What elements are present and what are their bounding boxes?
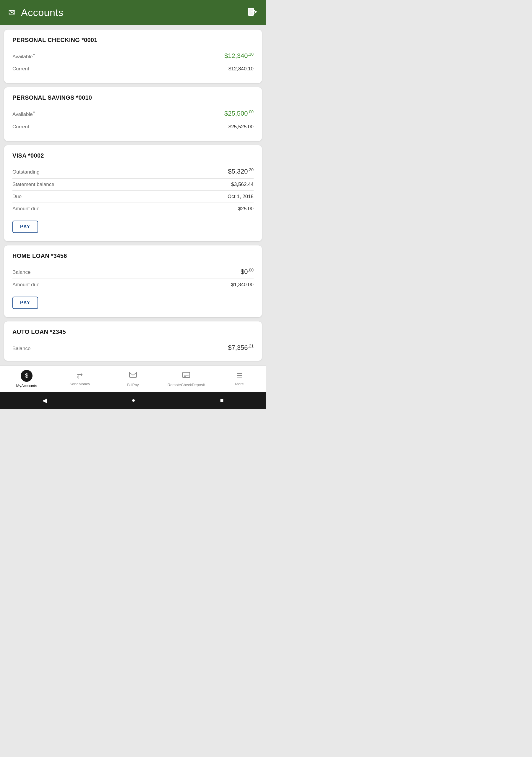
current-row: Current $25,525.00 (13, 121, 253, 133)
due-row: Due Oct 1, 2018 (13, 191, 253, 203)
statement-balance-row: Statement balance $3,562.44 (13, 179, 253, 191)
page-title: Accounts (21, 7, 64, 18)
nav-bill-pay-label: BillPay (127, 383, 139, 387)
send-money-icon: ⇄ (77, 372, 83, 380)
home-loan-pay-button[interactable]: PAY (13, 297, 38, 309)
outstanding-row: Outstanding $5,320.20 (13, 165, 253, 179)
system-navigation-bar: ◀ ● ■ (0, 392, 266, 409)
nav-remote-check-deposit[interactable]: RemoteCheckDeposit (160, 366, 213, 392)
home-button[interactable]: ● (132, 397, 135, 404)
account-card-auto-loan[interactable]: AUTO LOAN *2345 Balance $7,356.21 (4, 321, 262, 360)
nav-send-money-label: SendMoney (70, 382, 90, 386)
recent-button[interactable]: ■ (220, 397, 223, 404)
logout-icon[interactable] (247, 7, 258, 18)
available-label: Available** (13, 53, 35, 60)
amount-due-label: Amount due (13, 282, 40, 288)
amount-due-value: $1,340.00 (231, 282, 253, 288)
app-header: ✉ Accounts (0, 0, 266, 25)
available-value: $12,340.10 (224, 52, 253, 60)
amount-due-value: $25.00 (238, 206, 253, 212)
available-label: Available** (13, 111, 35, 117)
remote-check-deposit-icon (182, 371, 190, 381)
nav-more[interactable]: ☰ More (213, 366, 266, 392)
more-icon: ☰ (236, 372, 243, 380)
statement-balance-label: Statement balance (13, 182, 54, 188)
balance-label: Balance (13, 346, 30, 351)
balance-label: Balance (13, 269, 30, 275)
available-row: Available** $25,500.00 (13, 106, 253, 121)
back-button[interactable]: ◀ (42, 397, 47, 404)
balance-value: $7,356.21 (228, 344, 253, 351)
current-label: Current (13, 124, 29, 130)
account-card-personal-savings[interactable]: PERSONAL SAVINGS *0010 Available** $25,5… (4, 87, 262, 141)
nav-my-accounts-label: MyAccounts (16, 383, 37, 388)
balance-value: $0.00 (241, 268, 253, 276)
available-value: $25,500.00 (224, 109, 253, 117)
account-card-personal-checking[interactable]: PERSONAL CHECKING *0001 Available** $12,… (4, 30, 262, 83)
accounts-list: PERSONAL CHECKING *0001 Available** $12,… (0, 25, 266, 366)
balance-row: Balance $0.00 (13, 265, 253, 279)
header-left: ✉ Accounts (8, 7, 64, 18)
account-name: HOME LOAN *3456 (13, 253, 253, 259)
nav-more-label: More (235, 382, 244, 386)
bill-pay-icon (129, 371, 137, 381)
statement-balance-value: $3,562.44 (231, 182, 253, 188)
outstanding-label: Outstanding (13, 169, 40, 175)
amount-due-label: Amount due (13, 206, 40, 212)
account-card-visa[interactable]: VISA *0002 Outstanding $5,320.20 Stateme… (4, 145, 262, 241)
svg-rect-4 (183, 372, 190, 378)
nav-remote-check-deposit-label: RemoteCheckDeposit (167, 383, 205, 387)
due-label: Due (13, 194, 21, 199)
account-card-home-loan[interactable]: HOME LOAN *3456 Balance $0.00 Amount due… (4, 245, 262, 317)
account-name: AUTO LOAN *2345 (13, 328, 253, 335)
due-value: Oct 1, 2018 (227, 194, 253, 199)
balance-row: Balance $7,356.21 (13, 341, 253, 354)
available-row: Available** $12,340.10 (13, 49, 253, 63)
bottom-navigation: $ MyAccounts ⇄ SendMoney BillPay RemoteC… (0, 366, 266, 392)
outstanding-value: $5,320.20 (228, 167, 253, 175)
my-accounts-icon: $ (21, 370, 33, 382)
envelope-icon: ✉ (8, 8, 15, 17)
visa-pay-button[interactable]: PAY (13, 221, 38, 233)
nav-bill-pay[interactable]: BillPay (106, 366, 160, 392)
current-label: Current (13, 66, 29, 72)
current-value: $25,525.00 (228, 124, 253, 130)
account-name: PERSONAL SAVINGS *0010 (13, 94, 253, 101)
current-row: Current $12,840.10 (13, 63, 253, 75)
nav-send-money[interactable]: ⇄ SendMoney (53, 366, 106, 392)
amount-due-row: Amount due $1,340.00 (13, 279, 253, 291)
account-name: VISA *0002 (13, 152, 253, 159)
account-name: PERSONAL CHECKING *0001 (13, 37, 253, 44)
current-value: $12,840.10 (228, 66, 253, 72)
svg-rect-3 (130, 372, 136, 377)
amount-due-row: Amount due $25.00 (13, 203, 253, 215)
nav-my-accounts[interactable]: $ MyAccounts (0, 366, 53, 392)
